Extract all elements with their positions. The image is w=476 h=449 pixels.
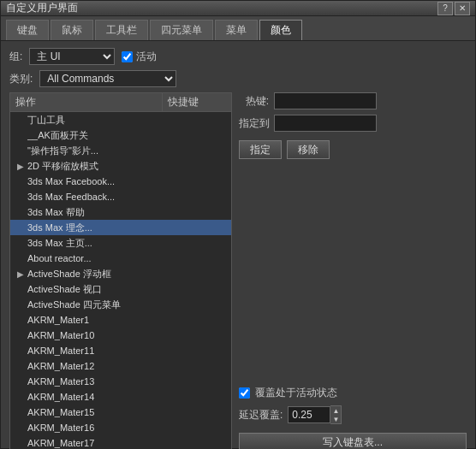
overlay-label: 覆盖处于活动状态 bbox=[255, 386, 337, 400]
list-item[interactable]: ActiveShade 四元菜单 bbox=[10, 297, 231, 312]
window-title: 自定义用户界面 bbox=[6, 1, 78, 15]
overlay-checkbox[interactable] bbox=[239, 387, 250, 399]
category-select[interactable]: All Commands bbox=[39, 70, 176, 87]
list-item-name: 3ds Max 帮助 bbox=[27, 206, 161, 219]
active-checkbox-row: 活动 bbox=[122, 50, 157, 64]
active-checkbox[interactable] bbox=[122, 51, 133, 62]
list-item[interactable]: AKRM_Mater12 bbox=[10, 358, 231, 374]
list-item-name: 3ds Max 理念... bbox=[27, 222, 161, 234]
list-item[interactable]: 3ds Max 理念... bbox=[10, 220, 231, 235]
group-label: 组: bbox=[9, 50, 22, 64]
main-area: 操作 快捷键 丁山工具__AK面板开关"操作指导"影片...▶2D 平移缩放模式… bbox=[9, 92, 467, 449]
list-item-name: 3ds Max Facebook... bbox=[27, 176, 161, 186]
assign-btn-row: 指定 移除 bbox=[239, 140, 467, 159]
assign-to-input[interactable] bbox=[274, 115, 377, 132]
assign-to-label: 指定到 bbox=[239, 116, 269, 131]
bottom-section: 覆盖处于活动状态 延迟覆盖: ▲ ▼ 写 bbox=[239, 386, 467, 449]
list-item[interactable]: 3ds Max 帮助 bbox=[10, 204, 231, 220]
list-item[interactable]: About reactor... bbox=[10, 251, 231, 266]
tab-quad-menu[interactable]: 四元菜单 bbox=[150, 20, 213, 40]
list-item-name: About reactor... bbox=[27, 253, 161, 263]
active-label: 活动 bbox=[136, 50, 157, 64]
list-item-name: AKRM_Mater15 bbox=[27, 407, 161, 417]
list-item-name: 3ds Max 主页... bbox=[27, 237, 161, 250]
list-item[interactable]: AKRM_Mater11 bbox=[10, 343, 231, 358]
remove-button[interactable]: 移除 bbox=[287, 140, 330, 159]
list-item-name: AKRM_Mater14 bbox=[27, 392, 161, 402]
list-item[interactable]: AKRM_Mater15 bbox=[10, 405, 231, 420]
tab-mouse[interactable]: 鼠标 bbox=[51, 20, 93, 40]
list-item-name: 2D 平移缩放模式 bbox=[27, 160, 161, 173]
list-item-name: AKRM_Mater12 bbox=[27, 361, 161, 371]
main-window: 自定义用户界面 ? ✕ 键盘 鼠标 工具栏 四元菜单 菜单 颜色 组: 主 UI… bbox=[0, 0, 476, 449]
title-bar: 自定义用户界面 ? ✕ bbox=[1, 1, 475, 16]
list-item[interactable]: AKRM_Mater17 bbox=[10, 435, 231, 449]
assign-button[interactable]: 指定 bbox=[239, 140, 282, 159]
category-label: 类别: bbox=[9, 72, 33, 86]
list-item[interactable]: AKRM_Mater13 bbox=[10, 374, 231, 389]
tab-menu[interactable]: 菜单 bbox=[215, 20, 258, 40]
list-item-name: 丁山工具 bbox=[27, 114, 161, 127]
command-list-scroll[interactable]: 丁山工具__AK面板开关"操作指导"影片...▶2D 平移缩放模式3ds Max… bbox=[10, 112, 231, 449]
list-item[interactable]: AKRM_Mater10 bbox=[10, 328, 231, 343]
tab-color[interactable]: 颜色 bbox=[259, 20, 302, 40]
list-item[interactable]: AKRM_Mater14 bbox=[10, 389, 231, 405]
list-item[interactable]: __AK面板开关 bbox=[10, 127, 231, 143]
write-keyboard-button[interactable]: 写入键盘表... bbox=[239, 433, 467, 449]
col-operation: 操作 bbox=[10, 93, 163, 111]
list-item[interactable]: 3ds Max Feedback... bbox=[10, 189, 231, 204]
delay-row: 延迟覆盖: ▲ ▼ bbox=[239, 405, 467, 424]
delay-spin: ▲ ▼ bbox=[288, 405, 342, 424]
group-row: 组: 主 UI 活动 bbox=[9, 48, 467, 65]
title-bar-buttons: ? ✕ bbox=[437, 2, 470, 15]
list-item[interactable]: AKRM_Mater16 bbox=[10, 420, 231, 435]
list-item-name: 3ds Max Feedback... bbox=[27, 192, 161, 202]
spin-up-button[interactable]: ▲ bbox=[330, 406, 341, 415]
list-item[interactable]: ▶2D 平移缩放模式 bbox=[10, 158, 231, 174]
overlay-row: 覆盖处于活动状态 bbox=[239, 386, 467, 400]
tab-keyboard[interactable]: 键盘 bbox=[6, 20, 49, 40]
list-item-icon: ▶ bbox=[14, 162, 27, 171]
list-item-name: AKRM_Mater13 bbox=[27, 376, 161, 387]
hotkey-input[interactable] bbox=[274, 92, 377, 109]
category-row: 类别: All Commands bbox=[9, 70, 467, 87]
list-item[interactable]: "操作指导"影片... bbox=[10, 143, 231, 158]
close-button[interactable]: ✕ bbox=[455, 2, 470, 15]
group-select[interactable]: 主 UI bbox=[29, 48, 115, 65]
list-item-name: "操作指导"影片... bbox=[27, 145, 161, 157]
list-item-name: AKRM_Mater11 bbox=[27, 346, 161, 356]
list-item-name: ActiveShade 浮动框 bbox=[27, 268, 161, 281]
tab-toolbar[interactable]: 工具栏 bbox=[95, 20, 148, 40]
list-item-name: AKRM_Mater17 bbox=[27, 438, 161, 448]
assign-to-row: 指定到 bbox=[239, 115, 467, 132]
list-item-icon: ▶ bbox=[14, 269, 27, 279]
command-list-panel: 操作 快捷键 丁山工具__AK面板开关"操作指导"影片...▶2D 平移缩放模式… bbox=[9, 92, 232, 449]
list-header: 操作 快捷键 bbox=[10, 93, 231, 112]
hotkey-label: 热键: bbox=[239, 94, 269, 109]
list-item-name: AKRM_Mater10 bbox=[27, 330, 161, 340]
hotkey-row: 热键: bbox=[239, 92, 467, 109]
list-item[interactable]: ▶ActiveShade 浮动框 bbox=[10, 266, 231, 281]
delay-input[interactable] bbox=[288, 406, 330, 423]
delay-label: 延迟覆盖: bbox=[239, 408, 283, 422]
list-item-name: ActiveShade 四元菜单 bbox=[27, 298, 161, 311]
right-panel: 热键: 指定到 指定 移除 bbox=[239, 92, 467, 449]
list-item[interactable]: 丁山工具 bbox=[10, 112, 231, 127]
list-item-name: AKRM_Mater16 bbox=[27, 422, 161, 433]
list-item-name: __AK面板开关 bbox=[27, 129, 161, 142]
list-item[interactable]: 3ds Max Facebook... bbox=[10, 174, 231, 189]
list-item[interactable]: AKRM_Mater1 bbox=[10, 312, 231, 328]
spin-arrows: ▲ ▼ bbox=[330, 405, 342, 424]
content-area: 组: 主 UI 活动 类别: All Commands 操作 快捷键 bbox=[1, 41, 475, 449]
list-item-name: ActiveShade 视口 bbox=[27, 283, 161, 296]
list-item[interactable]: 3ds Max 主页... bbox=[10, 235, 231, 251]
list-item-name: AKRM_Mater1 bbox=[27, 315, 161, 325]
list-item[interactable]: ActiveShade 视口 bbox=[10, 281, 231, 297]
col-shortcut: 快捷键 bbox=[163, 93, 231, 111]
tab-bar: 键盘 鼠标 工具栏 四元菜单 菜单 颜色 bbox=[1, 16, 475, 41]
help-button[interactable]: ? bbox=[437, 2, 453, 15]
spin-down-button[interactable]: ▼ bbox=[330, 415, 341, 423]
